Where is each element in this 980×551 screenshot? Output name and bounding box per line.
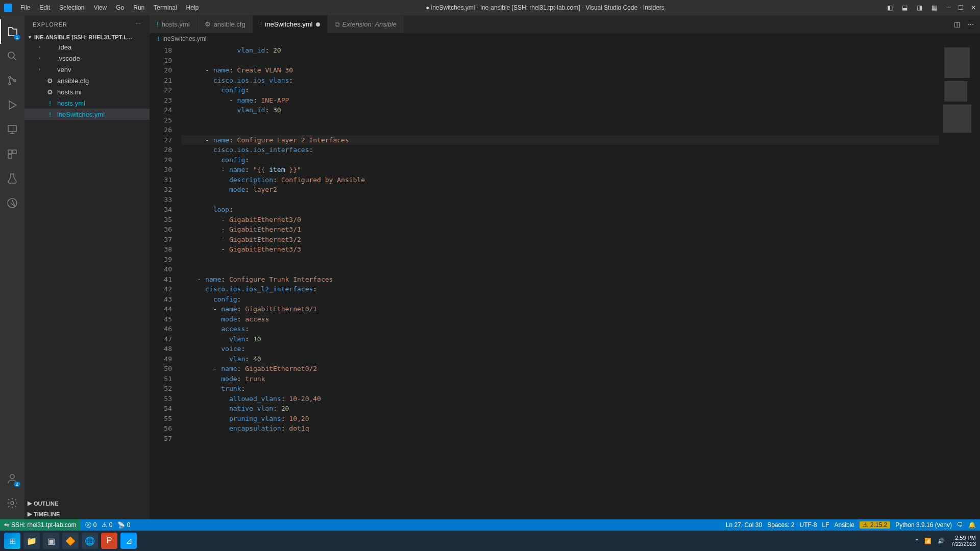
status-eol[interactable]: LF <box>822 521 829 529</box>
code-line-46[interactable]: access: <box>181 324 939 334</box>
split-editor-icon[interactable]: ◫ <box>954 20 960 28</box>
code-line-55[interactable]: pruning_vlans: 10,20 <box>181 414 939 424</box>
code-line-42[interactable]: cisco.ios.ios_l2_interfaces: <box>181 284 939 294</box>
file-item-ineSwitches-yml[interactable]: !ineSwitches.yml <box>24 109 150 120</box>
tray-chevron-icon[interactable]: ^ <box>916 538 918 544</box>
code-line-54[interactable]: native_vlan: 20 <box>181 404 939 414</box>
code-line-43[interactable]: config: <box>181 294 939 305</box>
code-line-49[interactable]: vlan: 40 <box>181 354 939 364</box>
menu-run[interactable]: Run <box>129 2 149 13</box>
accounts-icon[interactable]: 2 <box>0 466 24 491</box>
maximize-icon[interactable]: ☐ <box>958 4 964 11</box>
status-errors[interactable]: ⓧ 0 <box>85 521 96 530</box>
start-button[interactable]: ⊞ <box>4 533 20 549</box>
notifications-icon[interactable]: 🔔 <box>968 521 976 529</box>
more-icon[interactable]: ⋯ <box>135 21 141 28</box>
source-control-icon[interactable] <box>0 68 24 93</box>
taskbar-vscode-icon[interactable]: ⊿ <box>120 533 137 549</box>
status-spaces[interactable]: Spaces: 2 <box>767 521 794 529</box>
search-icon[interactable] <box>0 44 24 68</box>
code-line-40[interactable] <box>181 264 939 274</box>
code-line-19[interactable] <box>181 56 939 66</box>
taskbar-powerpoint-icon[interactable]: P <box>101 533 117 549</box>
code-line-26[interactable] <box>181 125 939 135</box>
outline-section[interactable]: ▶ OUTLINE <box>24 498 150 509</box>
layout-icon[interactable]: ▦ <box>932 4 937 11</box>
menu-go[interactable]: Go <box>112 2 128 13</box>
taskbar-app-icon[interactable]: 🔶 <box>62 533 79 549</box>
code-line-31[interactable]: description: Configured by Ansible <box>181 175 939 185</box>
code-line-57[interactable] <box>181 434 939 444</box>
panel-bottom-icon[interactable]: ⬓ <box>902 4 908 11</box>
tab-Extension-Ansible[interactable]: ⧉Extension: Ansible <box>328 15 404 33</box>
more-icon[interactable]: ⋯ <box>967 20 974 28</box>
code-line-53[interactable]: allowed_vlans: 10-20,40 <box>181 394 939 404</box>
code-line-25[interactable] <box>181 115 939 126</box>
status-encoding[interactable]: UTF-8 <box>800 521 817 529</box>
taskbar-explorer-icon[interactable]: 📁 <box>23 533 40 549</box>
code-line-52[interactable]: trunk: <box>181 384 939 394</box>
system-tray[interactable]: ^ 📶 🔊 2:59 PM 7/22/2023 <box>916 535 976 547</box>
menu-edit[interactable]: Edit <box>35 2 54 13</box>
repo-header[interactable]: ▼ INE-ANSIBLE [SSH: RHEL31.TPT-L... <box>24 33 150 41</box>
code-line-18[interactable]: vlan_id: 20 <box>181 45 939 56</box>
explorer-icon[interactable]: 1 <box>0 19 24 44</box>
status-ansible-version[interactable]: ⚠ 2.15.2 <box>860 521 890 529</box>
code-line-32[interactable]: mode: layer2 <box>181 185 939 195</box>
code-line-22[interactable]: config: <box>181 85 939 95</box>
menu-selection[interactable]: Selection <box>55 2 88 13</box>
status-ports[interactable]: 📡 0 <box>117 521 130 529</box>
code-line-23[interactable]: - name: INE-APP <box>181 95 939 106</box>
file-item--idea[interactable]: ›.idea <box>24 41 150 53</box>
menu-help[interactable]: Help <box>182 2 203 13</box>
status-warnings[interactable]: ⚠ 0 <box>102 521 112 529</box>
code-line-38[interactable]: - GigabitEthernet3/3 <box>181 244 939 255</box>
code-line-20[interactable]: - name: Create VLAN 30 <box>181 65 939 76</box>
tab-ansible-cfg[interactable]: ⚙ansible.cfg <box>198 15 253 33</box>
remote-indicator[interactable]: ⇋ SSH: rhel31.tpt-lab.com <box>0 519 80 531</box>
taskbar-edge-icon[interactable]: 🌐 <box>82 533 98 549</box>
code-editor[interactable]: vlan_id: 20 - name: Create VLAN 30 cisco… <box>181 44 939 519</box>
close-icon[interactable]: ✕ <box>971 4 976 11</box>
code-line-34[interactable]: loop: <box>181 205 939 215</box>
code-line-39[interactable] <box>181 255 939 265</box>
code-line-37[interactable]: - GigabitEthernet3/2 <box>181 235 939 245</box>
code-line-45[interactable]: mode: access <box>181 314 939 324</box>
code-line-35[interactable]: - GigabitEthernet3/0 <box>181 215 939 225</box>
breadcrumb[interactable]: ! ineSwitches.yml <box>150 33 980 44</box>
code-line-44[interactable]: - name: GigabitEthernet0/1 <box>181 304 939 314</box>
code-line-36[interactable]: - GigabitEthernet3/1 <box>181 224 939 235</box>
code-line-30[interactable]: - name: "{{ item }}" <box>181 165 939 175</box>
file-item-ansible-cfg[interactable]: ⚙ansible.cfg <box>24 75 150 86</box>
ansible-icon[interactable] <box>0 191 24 215</box>
code-line-21[interactable]: cisco.ios.ios_vlans: <box>181 76 939 86</box>
status-python[interactable]: Python 3.9.16 (venv) <box>895 521 952 529</box>
code-line-27[interactable]: - name: Configure Layer 2 Interfaces <box>181 135 939 145</box>
status-cursor[interactable]: Ln 27, Col 30 <box>726 521 762 529</box>
code-line-56[interactable]: encapsulation: dot1q <box>181 423 939 434</box>
code-line-41[interactable]: - name: Configure Trunk Interfaces <box>181 274 939 285</box>
tab-hosts-yml[interactable]: !hosts.yml <box>150 15 198 33</box>
feedback-icon[interactable]: 🗨 <box>957 521 963 529</box>
code-line-51[interactable]: mode: trunk <box>181 374 939 384</box>
code-line-50[interactable]: - name: GigabitEthernet0/2 <box>181 364 939 374</box>
code-line-29[interactable]: config: <box>181 155 939 165</box>
timeline-section[interactable]: ▶ TIMELINE <box>24 509 150 519</box>
status-language[interactable]: Ansible <box>835 521 854 529</box>
remote-explorer-icon[interactable] <box>0 117 24 142</box>
tray-volume-icon[interactable]: 🔊 <box>938 538 945 544</box>
panel-left-icon[interactable]: ◧ <box>887 4 893 11</box>
menu-file[interactable]: File <box>16 2 34 13</box>
file-item-hosts-ini[interactable]: ⚙hosts.ini <box>24 86 150 97</box>
file-item-venv[interactable]: ›venv <box>24 64 150 75</box>
file-item-hosts-yml[interactable]: !hosts.yml <box>24 97 150 109</box>
run-debug-icon[interactable] <box>0 93 24 117</box>
taskbar-terminal-icon[interactable]: ▣ <box>43 533 59 549</box>
code-line-47[interactable]: vlan: 10 <box>181 334 939 344</box>
settings-gear-icon[interactable] <box>0 491 24 515</box>
code-line-33[interactable] <box>181 195 939 205</box>
code-line-48[interactable]: voice: <box>181 344 939 354</box>
extensions-icon[interactable] <box>0 142 24 166</box>
panel-right-icon[interactable]: ◨ <box>917 4 922 11</box>
tray-wifi-icon[interactable]: 📶 <box>924 538 932 544</box>
